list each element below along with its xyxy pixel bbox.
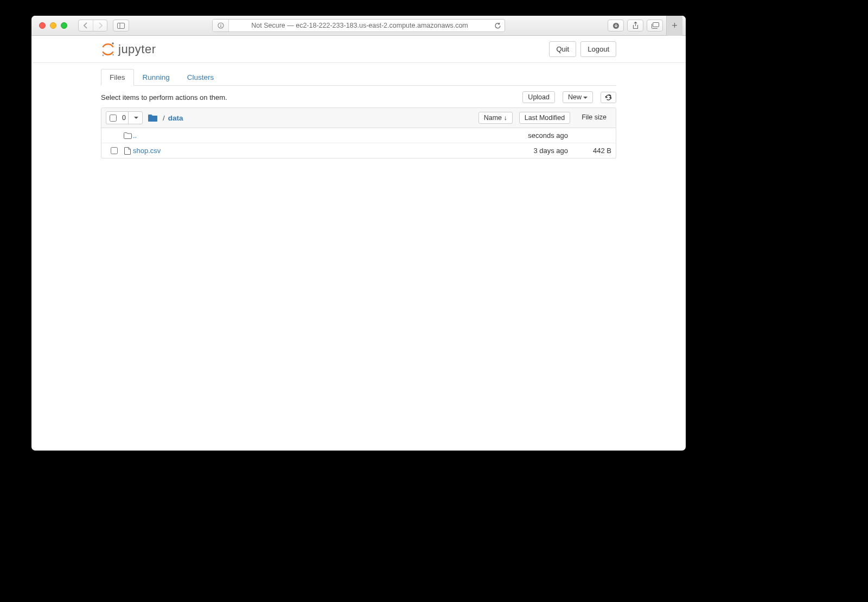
maximize-window-icon[interactable]	[61, 22, 67, 29]
folder-icon[interactable]	[148, 115, 157, 122]
browser-window: Not Secure — ec2-18-222-233-183.us-east-…	[31, 16, 686, 451]
file-list-body: .. seconds ago shop.csv 3 days ago 442 B	[101, 128, 616, 159]
breadcrumb-separator: /	[163, 114, 165, 122]
jupyter-logo-text: jupyter	[118, 42, 156, 56]
svg-point-8	[103, 54, 104, 56]
jupyter-body: Files Running Clusters Select items to p…	[101, 63, 616, 159]
forward-button[interactable]	[93, 20, 107, 31]
window-controls	[31, 22, 67, 29]
jupyter-logo-icon	[101, 42, 115, 57]
svg-rect-0	[118, 23, 125, 28]
tabs-button[interactable]	[647, 20, 663, 31]
item-link[interactable]: ..	[133, 131, 137, 140]
item-modified: 3 days ago	[497, 147, 568, 155]
page-content: jupyter Quit Logout Files Running Cluste…	[31, 36, 686, 451]
reader-icon	[217, 22, 225, 29]
sort-name-button[interactable]: Name ↓	[478, 112, 513, 124]
chevron-left-icon	[84, 22, 88, 29]
refresh-icon	[605, 94, 612, 101]
file-list-header: 0 / data Name ↓ Last Modified F	[101, 107, 616, 128]
sort-modified-button[interactable]: Last Modified	[519, 112, 570, 124]
browser-titlebar: Not Secure — ec2-18-222-233-183.us-east-…	[31, 16, 686, 36]
quit-button[interactable]: Quit	[549, 41, 576, 57]
sidebar-toggle-button[interactable]	[113, 20, 129, 31]
svg-point-9	[112, 54, 113, 55]
breadcrumb-data[interactable]: data	[168, 114, 183, 122]
reader-button[interactable]	[213, 20, 229, 31]
select-all-dropdown[interactable]: 0	[106, 111, 143, 124]
breadcrumb: / data	[148, 114, 183, 122]
new-button[interactable]: New	[563, 91, 593, 103]
tab-clusters[interactable]: Clusters	[178, 69, 223, 86]
reload-icon	[494, 22, 501, 29]
list-item-file[interactable]: shop.csv 3 days ago 442 B	[101, 143, 616, 158]
name-col-label: Name	[484, 114, 502, 122]
new-button-label: New	[568, 93, 582, 101]
downloads-button[interactable]	[608, 20, 624, 31]
item-modified: seconds ago	[497, 131, 568, 140]
address-bar[interactable]: Not Secure — ec2-18-222-233-183.us-east-…	[212, 19, 505, 32]
selected-count: 0	[120, 114, 128, 122]
item-checkbox[interactable]	[111, 147, 118, 154]
svg-rect-4	[220, 25, 221, 27]
jupyter-header: jupyter Quit Logout	[31, 36, 686, 63]
item-link[interactable]: shop.csv	[133, 147, 161, 155]
item-size: 442 B	[568, 147, 611, 155]
list-item-parent[interactable]: .. seconds ago	[101, 128, 616, 143]
refresh-button[interactable]	[601, 92, 616, 103]
caret-down-icon	[583, 97, 588, 99]
nav-button-group	[78, 20, 107, 31]
chevron-right-icon	[98, 22, 103, 29]
plus-icon: +	[672, 20, 678, 31]
svg-rect-3	[220, 24, 221, 24]
file-icon	[122, 147, 133, 155]
share-button[interactable]	[627, 20, 643, 31]
tabs-icon	[651, 22, 659, 29]
tab-files[interactable]: Files	[101, 69, 134, 86]
close-window-icon[interactable]	[39, 22, 46, 29]
select-all-checkbox[interactable]	[110, 115, 117, 122]
toolbar-row: Select items to perform actions on them.…	[101, 91, 616, 103]
svg-point-7	[112, 42, 114, 45]
arrow-down-icon: ↓	[504, 114, 507, 122]
download-icon	[612, 22, 620, 29]
logout-button[interactable]: Logout	[580, 41, 616, 57]
tabs: Files Running Clusters	[101, 68, 616, 86]
sidebar-icon	[117, 23, 125, 29]
toolbar-right-group: +	[608, 16, 682, 36]
hint-text: Select items to perform actions on them.	[101, 93, 227, 102]
back-button[interactable]	[79, 20, 93, 31]
select-dropdown-toggle[interactable]	[128, 112, 142, 124]
upload-button[interactable]: Upload	[522, 91, 555, 103]
svg-rect-6	[653, 23, 659, 27]
folder-open-icon	[122, 132, 133, 139]
sort-size-button[interactable]: File size	[577, 112, 611, 124]
minimize-window-icon[interactable]	[50, 22, 56, 29]
address-text: Not Secure — ec2-18-222-233-183.us-east-…	[229, 22, 490, 29]
reload-button[interactable]	[490, 22, 505, 29]
tab-running[interactable]: Running	[134, 69, 178, 86]
new-tab-button[interactable]: +	[666, 16, 682, 36]
share-icon	[633, 22, 639, 29]
jupyter-logo[interactable]: jupyter	[101, 42, 156, 57]
caret-down-icon	[134, 117, 138, 119]
